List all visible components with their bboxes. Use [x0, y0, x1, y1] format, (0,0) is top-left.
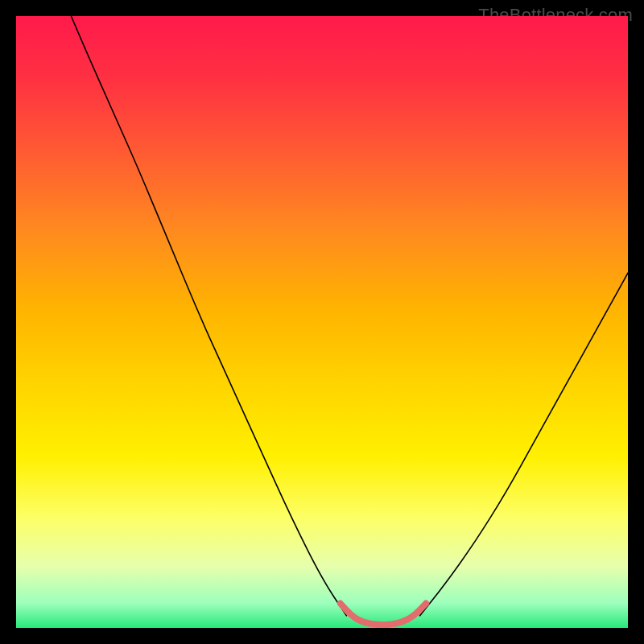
chart-container: TheBottleneck.com	[0, 0, 644, 644]
chart-background	[16, 16, 628, 628]
chart-svg	[16, 16, 628, 628]
